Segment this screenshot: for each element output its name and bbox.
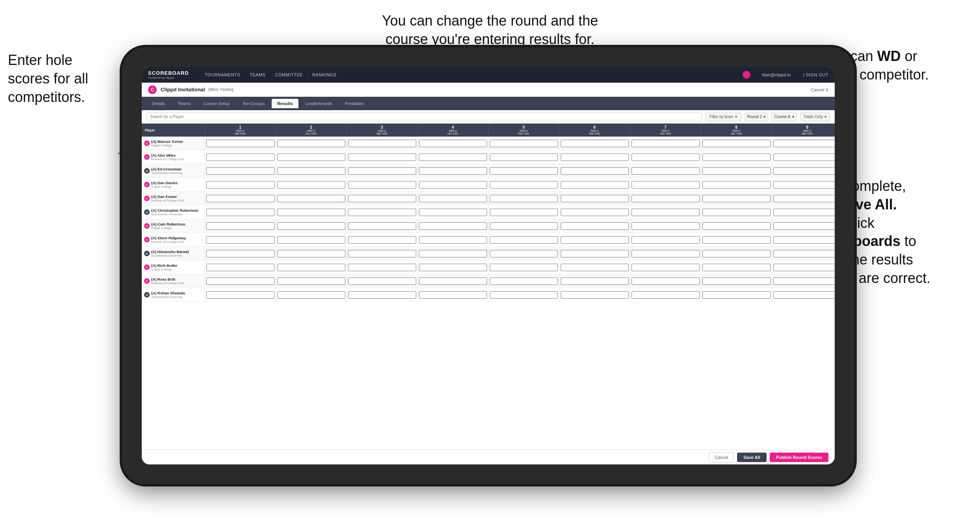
hole-1-input-cell[interactable] — [205, 219, 276, 233]
hole-3-input-cell[interactable] — [346, 219, 417, 233]
hole-4-input[interactable] — [419, 222, 487, 230]
hole-6-input[interactable] — [561, 291, 629, 299]
hole-1-input-cell[interactable] — [205, 137, 276, 150]
hole-6-input[interactable] — [561, 264, 629, 271]
hole-9-input[interactable] — [773, 222, 835, 230]
hole-6-input-cell[interactable] — [559, 233, 630, 247]
hole-8-input[interactable] — [702, 291, 771, 299]
hole-3-input-cell[interactable] — [346, 261, 417, 274]
hole-7-input-cell[interactable] — [630, 233, 701, 247]
hole-3-input-cell[interactable] — [346, 137, 417, 150]
hole-8-input-cell[interactable] — [701, 150, 772, 164]
totals-only-toggle[interactable]: Totals Only ▾ — [800, 113, 830, 121]
hole-1-input[interactable] — [206, 140, 274, 147]
hole-9-input[interactable] — [773, 195, 835, 202]
hole-9-input[interactable] — [773, 250, 835, 257]
hole-7-input-cell[interactable] — [630, 205, 701, 219]
tab-printables[interactable]: Printables — [339, 99, 370, 108]
hole-4-input[interactable] — [419, 140, 487, 147]
hole-7-input-cell[interactable] — [630, 192, 701, 205]
hole-2-input[interactable] — [277, 195, 345, 202]
hole-8-input[interactable] — [702, 167, 771, 175]
hole-8-input[interactable] — [702, 264, 771, 271]
hole-8-input[interactable] — [702, 236, 771, 244]
hole-2-input-cell[interactable] — [276, 274, 346, 288]
hole-7-input[interactable] — [632, 222, 700, 230]
hole-9-input[interactable] — [773, 291, 835, 299]
hole-5-input-cell[interactable] — [488, 219, 559, 233]
hole-3-input[interactable] — [348, 291, 416, 299]
save-all-button[interactable]: Save All — [737, 453, 766, 462]
hole-8-input-cell[interactable] — [701, 178, 772, 192]
hole-4-input[interactable] — [419, 250, 487, 257]
hole-2-input-cell[interactable] — [276, 219, 346, 233]
hole-5-input[interactable] — [490, 153, 558, 161]
hole-5-input-cell[interactable] — [488, 150, 559, 164]
round-selector[interactable]: Round 1 ▾ — [745, 113, 769, 121]
hole-5-input-cell[interactable] — [488, 192, 559, 205]
hole-4-input-cell[interactable] — [417, 150, 488, 164]
hole-7-input[interactable] — [632, 153, 700, 161]
hole-5-input-cell[interactable] — [488, 137, 559, 150]
hole-3-input-cell[interactable] — [346, 288, 417, 302]
hole-5-input-cell[interactable] — [488, 247, 559, 261]
hole-8-input-cell[interactable] — [701, 288, 772, 302]
hole-6-input-cell[interactable] — [559, 219, 630, 233]
hole-9-input[interactable] — [773, 167, 835, 175]
hole-3-input-cell[interactable] — [346, 274, 417, 288]
hole-5-input[interactable] — [490, 236, 558, 244]
hole-3-input[interactable] — [348, 236, 416, 244]
hole-7-input-cell[interactable] — [630, 247, 701, 261]
hole-7-input[interactable] — [632, 291, 700, 299]
hole-2-input-cell[interactable] — [276, 261, 346, 274]
hole-5-input[interactable] — [490, 264, 558, 271]
hole-6-input-cell[interactable] — [559, 247, 630, 261]
hole-6-input-cell[interactable] — [559, 288, 630, 302]
hole-6-input[interactable] — [561, 181, 629, 189]
hole-6-input[interactable] — [561, 277, 629, 285]
hole-2-input[interactable] — [277, 181, 345, 189]
hole-4-input-cell[interactable] — [417, 288, 488, 302]
hole-1-input[interactable] — [206, 222, 274, 230]
hole-1-input-cell[interactable] — [205, 150, 276, 164]
hole-7-input-cell[interactable] — [630, 219, 701, 233]
hole-3-input[interactable] — [348, 140, 416, 147]
hole-2-input[interactable] — [277, 291, 345, 299]
hole-1-input-cell[interactable] — [205, 274, 276, 288]
hole-8-input[interactable] — [702, 277, 771, 285]
tab-tee-groups[interactable]: Tee Groups — [237, 99, 270, 108]
hole-2-input[interactable] — [277, 153, 345, 161]
hole-7-input-cell[interactable] — [630, 274, 701, 288]
hole-5-input[interactable] — [490, 167, 558, 175]
hole-2-input[interactable] — [277, 140, 345, 147]
hole-7-input-cell[interactable] — [630, 288, 701, 302]
hole-2-input-cell[interactable] — [276, 233, 346, 247]
hole-6-input-cell[interactable] — [559, 150, 630, 164]
hole-5-input[interactable] — [490, 140, 558, 147]
hole-4-input-cell[interactable] — [417, 261, 488, 274]
hole-8-input-cell[interactable] — [701, 164, 772, 178]
hole-1-input-cell[interactable] — [205, 247, 276, 261]
hole-9-input-cell[interactable] — [772, 192, 835, 205]
hole-5-input[interactable] — [490, 209, 558, 216]
hole-2-input-cell[interactable] — [276, 137, 346, 150]
hole-2-input-cell[interactable] — [276, 178, 346, 192]
hole-7-input-cell[interactable] — [630, 178, 701, 192]
hole-3-input[interactable] — [348, 264, 416, 271]
nav-teams[interactable]: TEAMS — [250, 72, 265, 77]
hole-9-input-cell[interactable] — [772, 164, 835, 178]
hole-7-input[interactable] — [632, 167, 700, 175]
hole-4-input[interactable] — [419, 291, 487, 299]
cancel-button[interactable]: Cancel X — [811, 87, 828, 92]
hole-7-input-cell[interactable] — [630, 150, 701, 164]
hole-1-input[interactable] — [206, 181, 274, 189]
hole-1-input[interactable] — [206, 236, 274, 244]
search-input[interactable] — [146, 113, 702, 121]
hole-3-input-cell[interactable] — [346, 178, 417, 192]
hole-2-input[interactable] — [277, 250, 345, 257]
hole-4-input[interactable] — [419, 167, 487, 175]
hole-8-input-cell[interactable] — [701, 261, 772, 274]
hole-2-input-cell[interactable] — [276, 150, 346, 164]
hole-4-input-cell[interactable] — [417, 178, 488, 192]
hole-1-input[interactable] — [206, 167, 274, 175]
